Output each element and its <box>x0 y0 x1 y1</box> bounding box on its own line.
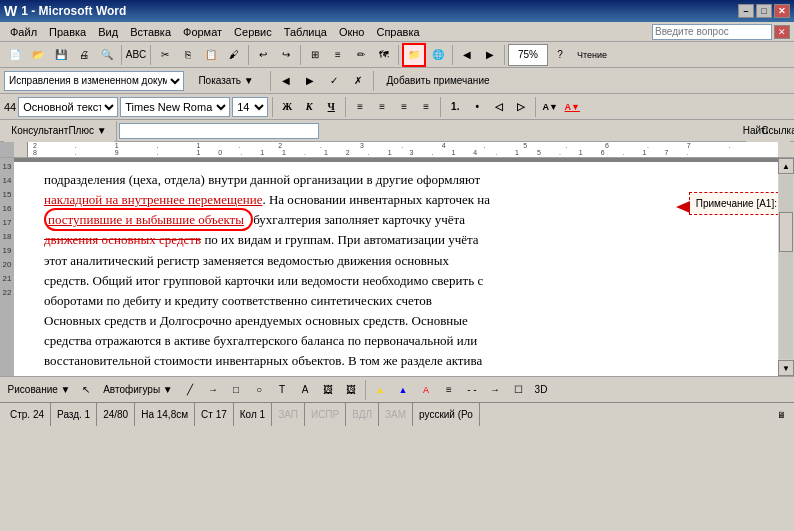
consult-dropdown-button[interactable]: КонсультантПлюс ▼ <box>4 120 114 142</box>
dash-style-button[interactable]: - - <box>461 379 483 401</box>
scroll-down-button[interactable]: ▼ <box>778 360 794 376</box>
align-right-button[interactable]: ≡ <box>394 97 414 117</box>
highlight-button[interactable]: A▼ <box>540 97 560 117</box>
menu-help[interactable]: Справка <box>370 24 425 40</box>
maximize-button[interactable]: □ <box>756 4 772 18</box>
status-lang: русский (Ро <box>413 403 480 426</box>
clipart-button[interactable]: 🖼 <box>317 379 339 401</box>
bold-button[interactable]: Ж <box>277 97 297 117</box>
image-button[interactable]: 🖼 <box>340 379 362 401</box>
print-button[interactable]: 🖨 <box>73 44 95 66</box>
redo-button[interactable]: ↪ <box>275 44 297 66</box>
vertical-scrollbar[interactable]: ▲ ▼ <box>778 158 794 376</box>
accept-button[interactable]: ✓ <box>323 70 345 92</box>
undo-button[interactable]: ↩ <box>252 44 274 66</box>
line-button[interactable]: ╱ <box>179 379 201 401</box>
menu-window[interactable]: Окно <box>333 24 371 40</box>
italic-button[interactable]: К <box>299 97 319 117</box>
oval-button[interactable]: ○ <box>248 379 270 401</box>
menu-edit[interactable]: Правка <box>43 24 92 40</box>
align-center-button[interactable]: ≡ <box>372 97 392 117</box>
search-close-button[interactable]: ✕ <box>774 25 790 39</box>
menu-table[interactable]: Таблица <box>278 24 333 40</box>
menu-view[interactable]: Вид <box>92 24 124 40</box>
drawing-dropdown-button[interactable]: Рисование ▼ <box>4 379 74 401</box>
arrow-button[interactable]: → <box>202 379 224 401</box>
drawing-toolbar: Рисование ▼ ↖ Автофигуры ▼ ╱ → □ ○ T A 🖼… <box>0 376 794 402</box>
3d-button[interactable]: 3D <box>530 379 552 401</box>
font-dropdown[interactable]: Times New Roman <box>120 97 230 117</box>
show-button[interactable]: Показать ▼ <box>186 70 266 92</box>
sep-fmt3 <box>440 97 441 117</box>
minimize-button[interactable]: – <box>738 4 754 18</box>
rect-button[interactable]: □ <box>225 379 247 401</box>
decrease-indent-button[interactable]: ◁ <box>489 97 509 117</box>
print-preview-button[interactable]: 🔍 <box>96 44 118 66</box>
drawing-button[interactable]: ✏ <box>350 44 372 66</box>
scroll-thumb[interactable] <box>779 212 793 252</box>
menu-file[interactable]: Файл <box>4 24 43 40</box>
line-style-button[interactable]: ≡ <box>438 379 460 401</box>
sep5 <box>398 45 399 65</box>
bullets-button[interactable]: • <box>467 97 487 117</box>
align-left-button[interactable]: ≡ <box>350 97 370 117</box>
cut-button[interactable]: ✂ <box>154 44 176 66</box>
next-change-button[interactable]: ▶ <box>299 70 321 92</box>
status-vdl: ВДЛ <box>346 403 379 426</box>
new-button[interactable]: 📄 <box>4 44 26 66</box>
window-title: 1 - Microsoft Word <box>21 4 126 18</box>
scroll-track[interactable] <box>779 175 793 359</box>
fill-color-button[interactable]: ▲ <box>369 379 391 401</box>
select-button[interactable]: ↖ <box>75 379 97 401</box>
highlighted-button[interactable]: 📁 <box>402 43 426 67</box>
consult-link-button[interactable]: Ссылка <box>768 120 790 142</box>
status-icon-1[interactable]: 🖥 <box>772 406 790 424</box>
close-button[interactable]: ✕ <box>774 4 790 18</box>
line-color-button[interactable]: ▲ <box>392 379 414 401</box>
wordart-button[interactable]: A <box>294 379 316 401</box>
shadow-button[interactable]: ☐ <box>507 379 529 401</box>
track-dropdown[interactable]: Исправления в измененном документе <box>4 71 184 91</box>
status-bar: Стр. 24 Разд. 1 24/80 На 14,8см Ст 17 Ко… <box>0 402 794 426</box>
textbox-button[interactable]: T <box>271 379 293 401</box>
save-button[interactable]: 💾 <box>50 44 72 66</box>
consult-search-input[interactable] <box>119 123 319 139</box>
back-button[interactable]: ◀ <box>456 44 478 66</box>
web-button[interactable]: 🌐 <box>427 44 449 66</box>
style-dropdown[interactable]: Основной текст <box>18 97 118 117</box>
forward-button[interactable]: ▶ <box>479 44 501 66</box>
menu-tools[interactable]: Сервис <box>228 24 278 40</box>
help-button[interactable]: ? <box>549 44 571 66</box>
reading-button[interactable]: Чтение <box>572 44 612 66</box>
zoom-area[interactable]: 75% <box>508 44 548 66</box>
size-dropdown[interactable]: 14 <box>232 97 268 117</box>
font-color-button[interactable]: A▼ <box>562 97 582 117</box>
strikethrough-text: движения основных средств <box>44 232 201 247</box>
style-icon: 44 <box>4 101 16 113</box>
reject-button[interactable]: ✗ <box>347 70 369 92</box>
format-paint-button[interactable]: 🖌 <box>223 44 245 66</box>
align-justify-button[interactable]: ≡ <box>416 97 436 117</box>
prev-change-button[interactable]: ◀ <box>275 70 297 92</box>
search-input[interactable] <box>652 24 772 40</box>
table-insert-button[interactable]: ⊞ <box>304 44 326 66</box>
copy-button[interactable]: ⎘ <box>177 44 199 66</box>
status-zam: ЗАМ <box>379 403 413 426</box>
menu-insert[interactable]: Вставка <box>124 24 177 40</box>
document-page[interactable]: подразделения (цеха, отдела) внутри данн… <box>14 162 794 376</box>
numbering-button[interactable]: 1. <box>445 97 465 117</box>
status-page: Стр. 24 <box>4 403 51 426</box>
paste-button[interactable]: 📋 <box>200 44 222 66</box>
spell-button[interactable]: ABC <box>125 44 147 66</box>
autoshapes-button[interactable]: Автофигуры ▼ <box>98 379 178 401</box>
menu-format[interactable]: Формат <box>177 24 228 40</box>
scroll-up-button[interactable]: ▲ <box>778 158 794 174</box>
increase-indent-button[interactable]: ▷ <box>511 97 531 117</box>
open-button[interactable]: 📂 <box>27 44 49 66</box>
columns-button[interactable]: ≡ <box>327 44 349 66</box>
insert-comment-button[interactable]: Добавить примечание <box>378 70 498 92</box>
font-color-draw-button[interactable]: A <box>415 379 437 401</box>
underline-button[interactable]: Ч <box>321 97 341 117</box>
arrow-style-button[interactable]: → <box>484 379 506 401</box>
document-map-button[interactable]: 🗺 <box>373 44 395 66</box>
